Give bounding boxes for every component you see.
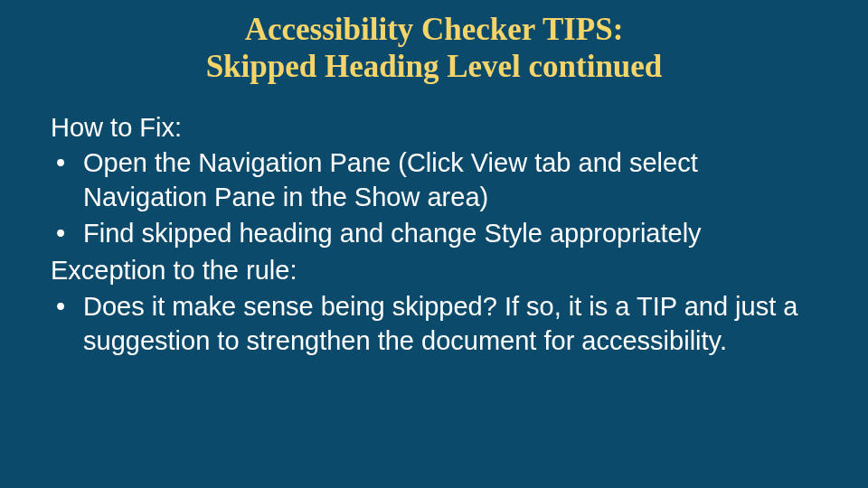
title-line-2: Skipped Heading Level continued — [206, 49, 663, 84]
how-to-fix-label: How to Fix: — [51, 111, 825, 145]
exception-bullet-list: Does it make sense being skipped? If so,… — [51, 290, 825, 358]
list-item: Open the Navigation Pane (Click View tab… — [51, 146, 825, 214]
exception-label: Exception to the rule: — [51, 254, 825, 288]
title-line-1: Accessibility Checker TIPS: — [245, 12, 624, 47]
fix-bullet-list: Open the Navigation Pane (Click View tab… — [51, 146, 825, 250]
slide-body: How to Fix: Open the Navigation Pane (Cl… — [51, 111, 825, 359]
list-item: Find skipped heading and change Style ap… — [51, 217, 825, 251]
slide-title: Accessibility Checker TIPS: Skipped Head… — [90, 11, 778, 86]
slide: Accessibility Checker TIPS: Skipped Head… — [0, 0, 868, 488]
list-item: Does it make sense being skipped? If so,… — [51, 290, 825, 358]
